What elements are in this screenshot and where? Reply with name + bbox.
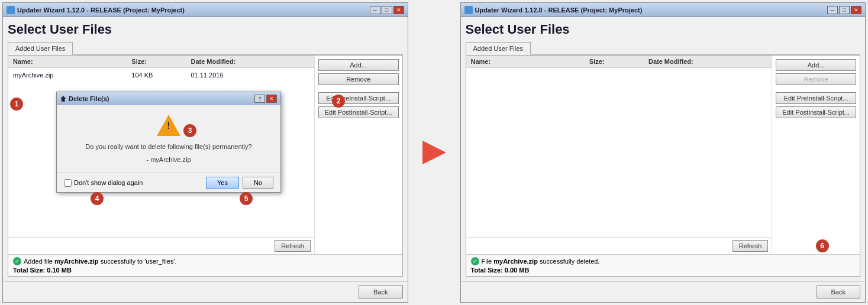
- dialog-title-text: 🗑 Delete File(s): [60, 95, 109, 102]
- right-total-value: 0.00 MB: [505, 267, 530, 274]
- right-status-filename: myArchive.zip: [493, 258, 538, 265]
- right-close-button[interactable]: ✕: [851, 6, 861, 14]
- right-tab-added-user-files[interactable]: Added User Files: [466, 42, 531, 55]
- right-col-date-header: Date Modified:: [648, 58, 767, 65]
- right-window: Updater Wizard 1.12.0 - RELEASE (Project…: [460, 2, 866, 303]
- left-dialog-overlay: 🗑 Delete File(s) ? ✕ ! Do you really wan…: [3, 3, 408, 302]
- right-status-ok-icon: ✓: [471, 257, 479, 265]
- badge-3: 3: [183, 124, 196, 137]
- left-window: Updater Wizard 1.12.0 - RELEASE (Project…: [2, 2, 408, 303]
- dialog-dont-show-checkbox[interactable]: [64, 179, 72, 187]
- right-back-button[interactable]: Back: [817, 285, 860, 298]
- dialog-checkbox-label: Don't show dialog again: [74, 179, 143, 186]
- right-window-title: Updater Wizard 1.12.0 - RELEASE (Project…: [475, 7, 643, 14]
- dialog-title-bar: 🗑 Delete File(s) ? ✕: [57, 92, 280, 105]
- right-tab-bar: Added User Files: [466, 42, 861, 55]
- right-col-name-header: Name:: [471, 58, 589, 65]
- right-status-text: File myArchive.zip successfully deleted.: [482, 258, 600, 265]
- dialog-message: Do you really want to delete following f…: [85, 143, 251, 150]
- right-table-header: Name: Size: Date Modified:: [466, 56, 772, 68]
- right-action-buttons: Add... Remove Edit PreInstall-Script... …: [772, 56, 860, 254]
- right-edit-preinstall-button[interactable]: Edit PreInstall-Script...: [776, 92, 856, 104]
- badge-2: 2: [332, 95, 345, 108]
- right-refresh-area: Refresh: [466, 237, 772, 254]
- right-total-label: Total Size:: [471, 267, 503, 274]
- dialog-footer: Don't show dialog again Yes No: [57, 173, 280, 192]
- right-maximize-button[interactable]: □: [839, 6, 850, 14]
- right-refresh-button[interactable]: Refresh: [733, 240, 769, 252]
- separator-arrow: [422, 141, 446, 164]
- right-total-size: Total Size: 0.00 MB: [471, 267, 856, 274]
- right-status-bar: ✓ File myArchive.zip successfully delete…: [466, 254, 860, 276]
- right-window-controls: ─ □ ✕: [827, 6, 861, 14]
- badge-4: 4: [91, 192, 104, 205]
- right-bottom-bar: Back: [461, 281, 866, 302]
- right-remove-button[interactable]: Remove: [776, 73, 856, 85]
- right-minimize-button[interactable]: ─: [827, 6, 838, 14]
- dialog-filename: - myArchive.zip: [146, 156, 191, 163]
- right-status-line: ✓ File myArchive.zip successfully delete…: [471, 257, 856, 265]
- right-page-title: Select User Files: [466, 22, 861, 37]
- right-edit-postinstall-button[interactable]: Edit PostInstall-Script...: [776, 106, 856, 118]
- delete-dialog: 🗑 Delete File(s) ? ✕ ! Do you really wan…: [56, 92, 281, 193]
- right-add-button[interactable]: Add...: [776, 59, 856, 71]
- right-file-table-body: [466, 68, 772, 237]
- warning-icon: !: [157, 115, 180, 138]
- right-window-icon: [464, 6, 473, 14]
- right-col-size-header: Size:: [589, 58, 648, 65]
- dialog-action-buttons: Yes No: [206, 177, 273, 189]
- dialog-no-button[interactable]: No: [243, 177, 273, 189]
- badge-1: 1: [10, 98, 23, 111]
- right-file-table-area: Name: Size: Date Modified: Refresh: [466, 56, 772, 254]
- badge-5: 5: [240, 192, 253, 205]
- right-title-bar: Updater Wizard 1.12.0 - RELEASE (Project…: [461, 3, 866, 17]
- dialog-close-button[interactable]: ✕: [266, 95, 277, 103]
- right-main-area: Name: Size: Date Modified: Refresh Add..…: [466, 55, 861, 277]
- dialog-help-button[interactable]: ?: [254, 95, 265, 103]
- separator-arrow-area: [411, 0, 458, 305]
- dialog-body: ! Do you really want to delete following…: [57, 105, 280, 173]
- dialog-controls: ? ✕: [254, 95, 277, 103]
- dialog-checkbox-area: Don't show dialog again: [64, 179, 143, 187]
- badge-6: 6: [816, 239, 829, 252]
- dialog-yes-button[interactable]: Yes: [206, 177, 239, 189]
- dialog-title-label: Delete File(s): [69, 95, 109, 102]
- right-status-suffix: successfully deleted.: [538, 258, 600, 265]
